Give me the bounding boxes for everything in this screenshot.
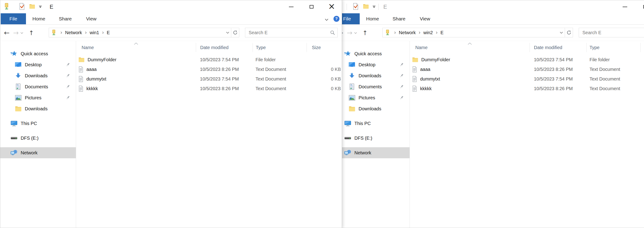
sidebar-item-downloads-folder[interactable]: Downloads bbox=[334, 103, 410, 114]
back-button[interactable]: ← bbox=[4, 29, 10, 36]
up-button[interactable]: ↑ bbox=[362, 30, 368, 36]
column-header-date-modified[interactable]: Date modified bbox=[530, 41, 586, 53]
checkmark-document-icon[interactable] bbox=[19, 3, 24, 11]
file-row[interactable]: aaaa 10/5/2023 8:26 PM Text Document bbox=[410, 64, 644, 74]
tab-view[interactable]: View bbox=[82, 13, 100, 24]
search-input[interactable] bbox=[245, 28, 338, 37]
sidebar-item-downloads[interactable]: Downloads bbox=[0, 70, 76, 81]
refresh-icon[interactable] bbox=[233, 30, 238, 35]
column-header-size[interactable]: Size bbox=[307, 41, 342, 53]
breadcrumb-folder[interactable]: E bbox=[440, 30, 444, 35]
window-controls: × bbox=[281, 0, 342, 13]
sidebar-item-pictures[interactable]: Pictures bbox=[334, 92, 410, 103]
breadcrumb-folder[interactable]: E bbox=[106, 30, 110, 35]
folder-icon[interactable] bbox=[363, 4, 369, 10]
qat-dropdown-icon[interactable] bbox=[39, 5, 42, 9]
search-input[interactable] bbox=[579, 28, 644, 37]
file-row[interactable]: dummytxt 10/5/2023 7:54 PM Text Document… bbox=[76, 74, 342, 84]
sidebar-item-downloads[interactable]: Downloads bbox=[334, 70, 410, 81]
column-header-name[interactable]: Name bbox=[410, 41, 530, 53]
file-row[interactable]: kkkkk 10/5/2023 8:26 PM Text Document 0 … bbox=[76, 84, 342, 93]
sidebar-item-documents[interactable]: Documents bbox=[0, 81, 76, 92]
sidebar-item-pictures[interactable]: Pictures bbox=[0, 92, 76, 103]
titlebar[interactable]: E × bbox=[0, 0, 342, 13]
file-type: Text Document bbox=[252, 67, 306, 72]
file-date: 10/5/2023 7:54 PM bbox=[196, 57, 252, 62]
address-bar[interactable]: › Network › win2 › E bbox=[382, 28, 573, 37]
drive-icon bbox=[10, 134, 18, 142]
address-bar[interactable]: › Network › win1 › E bbox=[49, 28, 239, 37]
breadcrumb-network[interactable]: Network bbox=[64, 30, 82, 35]
text-document-icon bbox=[78, 76, 84, 82]
file-rows: DummyFolder 10/5/2023 7:54 PM File folde… bbox=[76, 55, 342, 93]
forward-button[interactable]: → bbox=[347, 29, 352, 36]
search-box[interactable] bbox=[579, 28, 644, 37]
address-dropdown-icon[interactable] bbox=[226, 30, 230, 35]
sidebar-item-desktop[interactable]: Desktop bbox=[334, 59, 410, 70]
recent-locations-icon[interactable] bbox=[354, 31, 357, 35]
qat-dropdown-icon[interactable] bbox=[372, 5, 376, 9]
sidebar-item-documents[interactable]: Documents bbox=[334, 81, 410, 92]
file-name: kkkkk bbox=[420, 86, 432, 91]
recent-locations-icon[interactable] bbox=[20, 31, 23, 35]
column-header-type[interactable]: Type bbox=[586, 41, 640, 53]
column-header-name[interactable]: Name bbox=[76, 41, 196, 53]
breadcrumb-separator-icon: › bbox=[85, 30, 87, 35]
tab-file[interactable]: File bbox=[1, 13, 26, 24]
help-button[interactable]: ? bbox=[334, 16, 340, 22]
sidebar-item-this-pc[interactable]: This PC bbox=[334, 118, 410, 129]
breadcrumb-host[interactable]: win1 bbox=[89, 30, 100, 35]
sidebar-item-quick-access[interactable]: Quick access bbox=[334, 48, 410, 59]
refresh-icon[interactable] bbox=[566, 30, 571, 35]
breadcrumb-network[interactable]: Network bbox=[398, 30, 416, 35]
network-drive-icon bbox=[52, 30, 56, 36]
folder-icon[interactable] bbox=[29, 4, 35, 10]
network-drive-icon[interactable] bbox=[4, 3, 9, 11]
window-content: Quick access Desktop Downloads Documents bbox=[334, 41, 644, 228]
tab-home[interactable]: Home bbox=[30, 13, 48, 24]
column-header-type[interactable]: Type bbox=[253, 41, 307, 53]
sidebar-item-network[interactable]: Network bbox=[0, 147, 76, 158]
sidebar-item-desktop[interactable]: Desktop bbox=[0, 59, 76, 70]
folder-icon bbox=[14, 105, 22, 113]
file-row[interactable]: DummyFolder 10/5/2023 7:54 PM File folde… bbox=[76, 55, 342, 64]
file-row[interactable]: dummytxt 10/5/2023 7:54 PM Text Document bbox=[410, 74, 644, 84]
file-row[interactable]: kkkkk 10/5/2023 8:26 PM Text Document bbox=[410, 84, 644, 93]
folder-icon bbox=[78, 57, 84, 62]
sidebar-item-dfs-drive[interactable]: DFS (E:) bbox=[334, 132, 410, 144]
quick-access-star-icon bbox=[10, 50, 18, 57]
up-button[interactable]: ↑ bbox=[29, 30, 34, 36]
expand-ribbon-icon[interactable] bbox=[325, 18, 328, 22]
file-row[interactable]: DummyFolder 10/5/2023 7:54 PM File folde… bbox=[410, 55, 644, 64]
close-button[interactable]: × bbox=[322, 0, 342, 13]
sidebar-item-network[interactable]: Network bbox=[334, 147, 410, 158]
window-content: Quick access Desktop Downloads Documents bbox=[0, 41, 342, 228]
tab-share[interactable]: Share bbox=[57, 13, 74, 24]
maximize-button[interactable] bbox=[301, 0, 322, 13]
pin-icon bbox=[399, 84, 404, 89]
column-header-date-modified[interactable]: Date modified bbox=[196, 41, 253, 53]
tab-share[interactable]: Share bbox=[390, 13, 408, 24]
tab-view[interactable]: View bbox=[416, 13, 434, 24]
sidebar-item-this-pc[interactable]: This PC bbox=[0, 118, 76, 129]
minimize-button[interactable] bbox=[615, 0, 635, 13]
file-type: File folder bbox=[586, 57, 640, 62]
sidebar-item-label: Pictures bbox=[358, 95, 375, 101]
file-date: 10/5/2023 7:54 PM bbox=[530, 57, 586, 62]
tab-home[interactable]: Home bbox=[364, 13, 381, 24]
breadcrumb-host[interactable]: win2 bbox=[423, 30, 433, 35]
minimize-button[interactable] bbox=[281, 0, 301, 13]
maximize-button[interactable] bbox=[635, 0, 644, 13]
sidebar-item-dfs-drive[interactable]: DFS (E:) bbox=[0, 132, 76, 144]
sidebar-item-quick-access[interactable]: Quick access bbox=[0, 48, 76, 59]
address-dropdown-icon[interactable] bbox=[560, 30, 563, 35]
search-box[interactable] bbox=[245, 28, 338, 37]
titlebar[interactable]: E × bbox=[334, 0, 644, 13]
checkmark-document-icon[interactable] bbox=[353, 3, 358, 11]
file-row[interactable]: aaaa 10/5/2023 8:26 PM Text Document 0 K… bbox=[76, 64, 342, 74]
sidebar-item-downloads-folder[interactable]: Downloads bbox=[0, 103, 76, 114]
qat-separator bbox=[378, 4, 378, 10]
documents-icon bbox=[14, 83, 22, 90]
folder-icon bbox=[348, 105, 356, 113]
forward-button[interactable]: → bbox=[13, 29, 18, 36]
